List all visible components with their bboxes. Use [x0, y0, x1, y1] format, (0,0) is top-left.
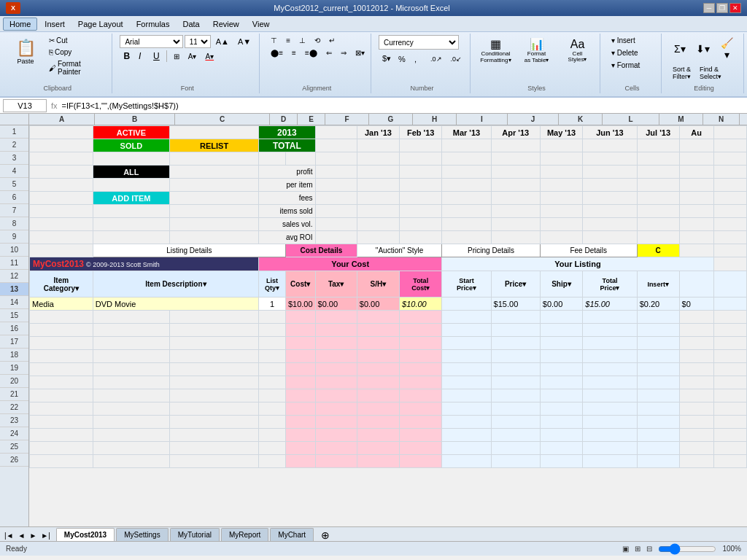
- format-painter-button[interactable]: 🖌 Format Painter: [45, 58, 107, 77]
- col-header-k[interactable]: K: [559, 114, 603, 125]
- col-header-o[interactable]: O: [740, 114, 747, 125]
- row-num-13[interactable]: 13: [0, 283, 28, 296]
- align-middle-button[interactable]: ≡: [282, 35, 294, 46]
- cell-g7[interactable]: [357, 205, 399, 218]
- cell-k1[interactable]: May '13: [540, 126, 583, 139]
- cell-j12[interactable]: Price▾: [491, 271, 540, 298]
- row-num-26[interactable]: 26: [0, 454, 28, 467]
- cell-g3[interactable]: [357, 152, 399, 166]
- cell-l12[interactable]: TotalPrice▾: [583, 271, 637, 298]
- cell-j5[interactable]: [491, 179, 540, 192]
- cell-m4[interactable]: [637, 166, 679, 179]
- cell-c4[interactable]: [170, 166, 259, 179]
- cell-b7[interactable]: [93, 205, 169, 218]
- cell-a10[interactable]: [30, 244, 93, 257]
- cell-n9[interactable]: [679, 231, 713, 244]
- cell-h10[interactable]: Pricing Details: [442, 244, 540, 257]
- close-button[interactable]: ✕: [729, 3, 741, 13]
- cell-m8[interactable]: [637, 218, 679, 231]
- cell-j8[interactable]: [491, 218, 540, 231]
- view-normal-icon[interactable]: ▣: [622, 545, 629, 553]
- cell-h2[interactable]: [400, 139, 442, 152]
- cell-e12[interactable]: Cost▾: [285, 271, 315, 298]
- cell-k5[interactable]: [540, 179, 583, 192]
- row-num-10[interactable]: 10: [0, 244, 28, 257]
- cell-f3[interactable]: [315, 152, 357, 166]
- cell-l9[interactable]: [583, 231, 637, 244]
- cell-d4[interactable]: profit: [259, 166, 315, 179]
- format-button[interactable]: ▾ Format: [608, 60, 657, 71]
- row-num-1[interactable]: 1: [0, 125, 28, 139]
- cell-i6[interactable]: [442, 192, 491, 205]
- cell-l4[interactable]: [583, 166, 637, 179]
- cell-a12[interactable]: ItemCategory▾: [30, 271, 93, 298]
- cell-k4[interactable]: [540, 166, 583, 179]
- cell-b5[interactable]: [93, 179, 169, 192]
- cell-i4[interactable]: [442, 166, 491, 179]
- cell-d1[interactable]: 2013: [259, 126, 315, 139]
- cell-d8[interactable]: sales vol.: [259, 218, 315, 231]
- cell-a8[interactable]: [30, 218, 93, 231]
- align-center-button[interactable]: ≡: [288, 47, 300, 58]
- font-color-button[interactable]: A▾: [201, 51, 217, 62]
- cell-o6[interactable]: [713, 192, 746, 205]
- cell-n8[interactable]: [679, 218, 713, 231]
- row-num-8[interactable]: 8: [0, 217, 28, 230]
- cell-l13[interactable]: $15.00: [583, 298, 637, 311]
- cell-a1[interactable]: [30, 126, 93, 139]
- copy-button[interactable]: ⎘ Copy: [45, 47, 107, 58]
- delete-button[interactable]: ▾ Delete: [608, 47, 657, 58]
- cell-c7[interactable]: [170, 205, 259, 218]
- cell-f12[interactable]: Tax▾: [315, 271, 357, 298]
- menu-view[interactable]: View: [247, 18, 276, 30]
- sheet-nav-first[interactable]: |◄: [3, 530, 15, 541]
- col-header-e[interactable]: E: [298, 114, 325, 125]
- sheet-tab-myreport[interactable]: MyReport: [221, 528, 268, 541]
- cell-b3[interactable]: [93, 152, 169, 166]
- cell-l3[interactable]: [583, 152, 637, 166]
- cell-g1[interactable]: Jan '13: [357, 126, 399, 139]
- col-header-a[interactable]: A: [29, 114, 95, 125]
- cell-f9[interactable]: [315, 231, 357, 244]
- row-num-17[interactable]: 17: [0, 335, 28, 349]
- cell-d7[interactable]: items sold: [259, 205, 315, 218]
- col-header-i[interactable]: I: [457, 114, 508, 125]
- row-num-24[interactable]: 24: [0, 427, 28, 440]
- cell-j6[interactable]: [491, 192, 540, 205]
- cell-c8[interactable]: [170, 218, 259, 231]
- sheet-tab-mytutorial[interactable]: MyTutorial: [170, 528, 220, 541]
- font-size-select[interactable]: 11: [185, 35, 211, 48]
- col-header-c[interactable]: C: [175, 114, 270, 125]
- cell-o7[interactable]: [713, 205, 746, 218]
- cell-d13[interactable]: 1: [259, 298, 286, 311]
- cell-l8[interactable]: [583, 218, 637, 231]
- cell-a4[interactable]: [30, 166, 93, 179]
- row-num-12[interactable]: 12: [0, 270, 28, 283]
- cell-h1[interactable]: Feb '13: [400, 126, 442, 139]
- cell-j4[interactable]: [491, 166, 540, 179]
- cell-l2[interactable]: [583, 139, 637, 152]
- menu-home[interactable]: Home: [3, 18, 37, 31]
- cell-f13[interactable]: $0.00: [315, 298, 357, 311]
- cell-i2[interactable]: [442, 139, 491, 152]
- row-num-5[interactable]: 5: [0, 178, 28, 191]
- cell-b8[interactable]: [93, 218, 169, 231]
- cell-j10[interactable]: Fee Details: [540, 244, 637, 257]
- cell-n7[interactable]: [679, 205, 713, 218]
- fill-button[interactable]: ⬇▾: [692, 41, 714, 57]
- cell-d5[interactable]: per item: [259, 179, 315, 192]
- bold-button[interactable]: B: [120, 50, 133, 63]
- cell-a11[interactable]: MyCost2013 © 2009-2013 Scott Smith: [30, 257, 259, 271]
- cell-g14[interactable]: [357, 311, 399, 324]
- sheet-nav-prev[interactable]: ◄: [17, 530, 27, 541]
- fill-color-button[interactable]: A▾: [185, 51, 201, 62]
- col-header-l[interactable]: L: [603, 114, 659, 125]
- percent-button[interactable]: %: [395, 53, 409, 65]
- row-num-25[interactable]: 25: [0, 440, 28, 454]
- cell-k13[interactable]: $0.00: [540, 298, 583, 311]
- cell-b4[interactable]: ALL: [93, 166, 169, 179]
- cell-h14[interactable]: [400, 311, 442, 324]
- cell-l14[interactable]: [583, 311, 637, 324]
- cell-d3[interactable]: [259, 152, 286, 166]
- cell-reference-box[interactable]: [3, 99, 47, 112]
